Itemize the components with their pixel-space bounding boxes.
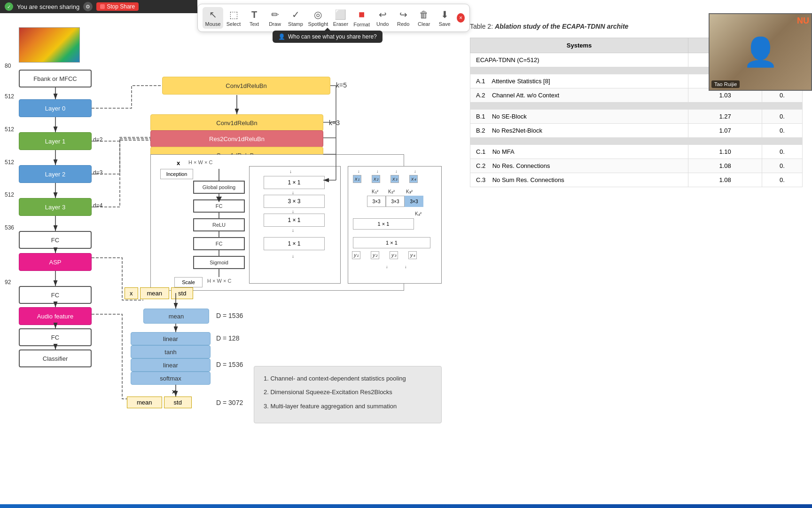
toolbar-format-label: Format (353, 22, 370, 27)
classifier-label: Classifier (43, 355, 68, 362)
rr-3x3-2: 3×3 (386, 196, 405, 207)
layer2-box: Layer 2 (19, 165, 92, 183)
res2-3x3: 3 × 3 (264, 195, 325, 208)
who-tooltip: 👤 Who can see what you share here? (273, 31, 383, 43)
nu-logo: NU (797, 16, 809, 26)
row-c3: C.3 No Sum Res. Connections (470, 173, 688, 187)
table-row: C.2 No Res. Connections 1.08 0. (470, 159, 803, 173)
row-c1: C.1 No MFA (470, 145, 688, 159)
table-subtitle: Ablation study of the ECAPA-TDNN archite (495, 23, 628, 30)
fc2-box: FC (19, 286, 92, 304)
table-label: Table 2: (470, 23, 493, 30)
audio-feature-label: Audio feature (37, 313, 73, 320)
toolbar-stamp[interactable]: ✓ Stamp (285, 7, 306, 29)
toolbar-select-label: Select (226, 21, 241, 27)
fbank-box: Fbank or MFCC (19, 70, 92, 87)
feature-list: 1. Channel- and context-dependent statis… (254, 366, 442, 424)
d3072-label: D = 3072 (216, 399, 243, 406)
fbank-label: Fbank or MFCC (33, 75, 77, 82)
row-b1: B.1 No SE-Block (470, 110, 688, 124)
classifier-box: Classifier (19, 349, 92, 367)
layer3-box: Layer 3 (19, 198, 92, 216)
label-80: 80 (5, 63, 11, 69)
col-systems: Systems (470, 38, 688, 53)
k3-label-r: K₃² (406, 189, 413, 194)
fc-inner1-label: FC (216, 203, 223, 209)
d1536a-label: D = 1536 (216, 312, 243, 319)
main-content: 80 512 512 512 512 536 92 Fbank or MFCC … (0, 13, 812, 508)
d1536b-label: D = 1536 (216, 361, 243, 368)
rr-3x3-1: 3×3 (367, 196, 386, 207)
relu-label: ReLU (212, 222, 226, 228)
audio-feature-box: Audio feature (19, 307, 92, 325)
toolbar: ↖ Mouse ⬚ Select T Text ✏ Draw ✓ Stamp ◎… (197, 4, 470, 32)
row-c2: C.2 No Res. Connections (470, 159, 688, 173)
conv-top-label: Conv1dReluBn (216, 119, 257, 127)
tooltip-icon: 👤 (278, 33, 285, 40)
toolbar-redo-label: Redo (397, 21, 409, 27)
x3-label: x₃ (390, 175, 399, 183)
clear-icon: 🗑 (419, 9, 429, 20)
pooling-row: x mean std (125, 287, 193, 299)
y4-label: y₄ (408, 251, 417, 259)
k4-label: K₄² (415, 211, 422, 216)
toolbar-clear[interactable]: 🗑 Clear (414, 8, 434, 29)
feature-3: 3. Multi-layer feature aggregation and s… (264, 402, 432, 411)
k5-label: k=5 (336, 81, 347, 89)
asp-box: ASP (19, 253, 92, 271)
res2conv-box: Res2Conv1dReluBn (150, 130, 323, 147)
tanh-label: tanh (164, 349, 176, 356)
toolbar-undo-label: Undo (376, 21, 389, 27)
eer-c3: 1.08 (688, 173, 762, 187)
mi-c1: 0. (762, 145, 802, 159)
fc-inner2-box: FC (193, 237, 245, 250)
toolbar-undo[interactable]: ↩ Undo (372, 7, 393, 29)
toolbar-save[interactable]: ⬇ Save (434, 7, 455, 29)
layer1-label: Layer 1 (45, 138, 65, 145)
x1-label: x₁ (353, 175, 361, 183)
fc2-label: FC (51, 292, 59, 299)
eraser-icon: ⬜ (335, 9, 346, 20)
draw-icon: ✏ (271, 9, 279, 20)
mi-b2: 0. (762, 124, 802, 138)
mi-b1: 0. (762, 110, 802, 124)
format-icon: ■ (359, 8, 365, 21)
toolbar-eraser[interactable]: ⬜ Eraser (330, 7, 351, 29)
stop-share-button[interactable]: Stop Share (96, 2, 139, 11)
layer3-label: Layer 3 (45, 204, 65, 211)
toolbar-select[interactable]: ⬚ Select (223, 7, 244, 29)
toolbar-spotlight[interactable]: ◎ Spotlight (306, 7, 330, 29)
bottom-bar (0, 504, 812, 508)
feature-1: 1. Channel- and context-dependent statis… (264, 374, 432, 383)
mi-c2: 0. (762, 159, 802, 173)
res2-1x1-top: 1 × 1 (264, 176, 325, 189)
fc1-box: FC (19, 231, 92, 249)
toolbar-draw[interactable]: ✏ Draw (265, 7, 285, 29)
label-512a: 512 (5, 93, 14, 100)
label-512c: 512 (5, 159, 14, 166)
label-92: 92 (5, 279, 11, 286)
toolbar-format[interactable]: ■ Format (351, 7, 372, 29)
toolbar-close-button[interactable]: × (457, 13, 465, 23)
video-name-tag: Tao Ruijie (711, 80, 740, 88)
fc-inner2-label: FC (216, 241, 223, 246)
softmax-label: softmax (160, 375, 181, 382)
mouse-icon: ↖ (209, 9, 217, 20)
asp-label: ASP (49, 259, 61, 266)
toolbar-redo[interactable]: ↪ Redo (393, 7, 414, 29)
toolbar-mouse[interactable]: ↖ Mouse (203, 7, 223, 29)
toolbar-eraser-label: Eraser (333, 21, 348, 27)
toolbar-text[interactable]: T Text (244, 8, 265, 29)
screen-share-bar: ✓ You are screen sharing ⚙ Stop Share (0, 0, 197, 13)
row-a2: A.2 Channel Att. w/o Context (470, 88, 688, 103)
share-settings-icon[interactable]: ⚙ (83, 2, 93, 11)
layer0-box: Layer 0 (19, 99, 92, 117)
mean-box: mean (143, 309, 209, 324)
select-icon: ⬚ (229, 9, 238, 20)
x4-label: x₄ (409, 175, 418, 183)
x-top-label: x (177, 159, 180, 167)
save-icon: ⬇ (441, 9, 449, 20)
table-row: C.3 No Sum Res. Connections 1.08 0. (470, 173, 803, 187)
inception-label: Inception (166, 171, 187, 177)
scale-label: Scale (182, 279, 195, 285)
